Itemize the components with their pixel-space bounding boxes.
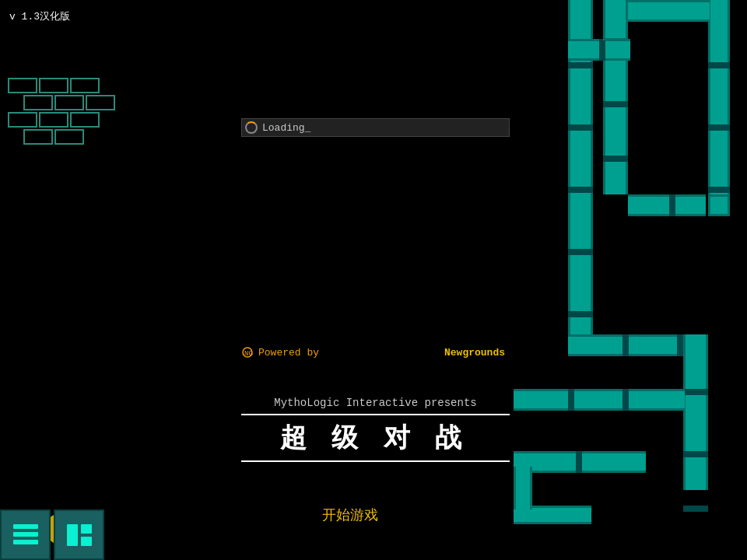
svg-rect-7 <box>81 537 92 546</box>
loading-text: Loading_ <box>262 122 310 134</box>
pipes-decoration <box>514 0 747 560</box>
title-area: MythoLogic Interactive presents 超 级 对 战 <box>241 397 510 462</box>
newgrounds-brand[interactable]: Newgrounds <box>444 347 505 359</box>
panel-icon-left[interactable] <box>0 509 51 560</box>
brick-wall-decoration <box>8 78 128 152</box>
powered-by-text: Powered by <box>258 347 319 359</box>
svg-rect-4 <box>13 540 38 544</box>
svg-rect-3 <box>13 532 38 537</box>
svg-text:NG: NG <box>244 350 253 358</box>
svg-rect-6 <box>81 524 92 534</box>
start-game-button[interactable]: 开始游戏 <box>322 506 378 524</box>
panel-icons <box>0 509 104 560</box>
loading-spinner <box>245 121 258 134</box>
panel-icon-right[interactable] <box>54 509 104 560</box>
game-title: 超 级 对 战 <box>241 420 510 456</box>
powered-by-row: NG Powered by Newgrounds <box>241 346 505 359</box>
game-title-box: 超 级 对 战 <box>241 414 510 462</box>
svg-rect-5 <box>67 524 78 546</box>
version-label: v 1.3汉化版 <box>9 9 70 23</box>
svg-rect-2 <box>13 524 38 529</box>
loading-bar: Loading_ <box>241 118 510 137</box>
newgrounds-icon: NG <box>241 346 254 359</box>
loading-area: Loading_ <box>241 118 510 137</box>
presenter-text: MythoLogic Interactive presents <box>241 397 510 409</box>
